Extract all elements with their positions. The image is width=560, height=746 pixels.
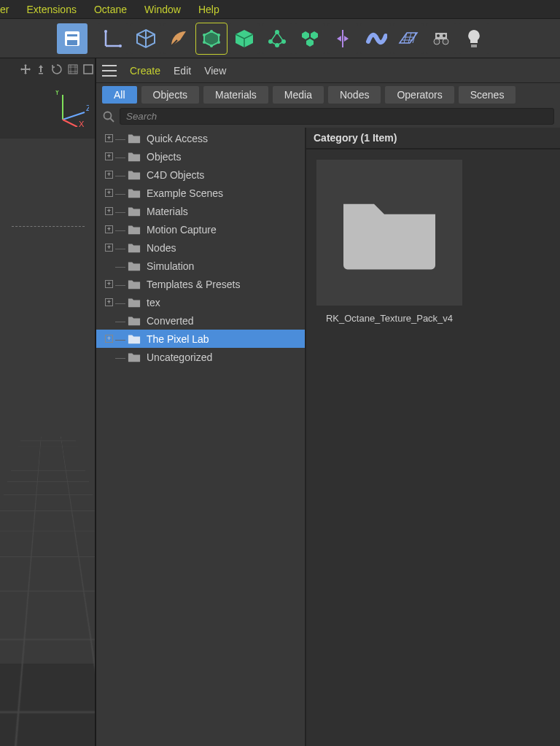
folder-icon [128,297,141,308]
filter-objects[interactable]: Objects [141,86,199,104]
array-icon[interactable] [295,23,325,54]
pen-icon[interactable] [163,23,194,54]
axes-icon[interactable] [98,23,128,54]
svg-point-15 [434,39,440,44]
tree-item-templates-presets[interactable]: +—Templates & Presets [96,275,305,293]
cube-icon[interactable] [131,23,161,54]
menu-item-window[interactable]: Window [144,4,181,15]
svg-rect-1 [67,34,77,36]
filter-tabs: All Objects Materials Media Nodes Operat… [96,83,560,106]
tree-spacer [105,316,113,325]
browser-menu-view[interactable]: View [204,65,226,77]
svg-point-18 [437,34,440,37]
svg-line-26 [63,120,77,127]
tree-item-converted[interactable]: —Converted [96,311,305,330]
menu-item-octane[interactable]: Octane [94,4,127,15]
tree-item-tex[interactable]: +—tex [96,293,305,311]
filter-all[interactable]: All [102,86,137,104]
camera-icon[interactable] [426,23,456,54]
svg-rect-23 [84,65,93,74]
axis-gizmo[interactable]: Y Z X [52,90,89,127]
expand-icon[interactable]: + [105,171,113,179]
tree-item-uncategorized[interactable]: —Uncategorized [96,348,305,366]
tree-pane: +—Quick Access+—Objects+—C4D Objects+—Ex… [96,128,306,746]
folder-icon [128,133,141,144]
menu-item-render[interactable]: er [0,4,9,15]
filter-nodes[interactable]: Nodes [328,86,381,104]
tree-spacer [105,353,113,361]
folder-icon [128,351,141,363]
expand-icon[interactable]: + [105,152,113,160]
viewport-3d[interactable] [0,139,96,664]
plane-icon[interactable] [393,23,424,54]
filter-operators[interactable]: Operators [385,86,454,104]
search-input[interactable] [120,108,554,125]
dropdown-icon[interactable] [57,23,88,54]
tree-item-quick-access[interactable]: +—Quick Access [96,129,305,147]
filter-media[interactable]: Media [273,86,324,104]
svg-point-4 [119,44,122,47]
move-icon[interactable] [19,63,32,76]
tree-item-c4d-objects[interactable]: +—C4D Objects [96,166,305,184]
zoom-icon[interactable] [35,63,48,76]
axis-z-label: Z [86,104,89,112]
tree-item-label: Motion Capture [147,224,217,236]
tree-item-the-pixel-lab[interactable]: +—The Pixel Lab [96,330,305,348]
tree-item-label: tex [147,297,160,308]
browser-menu-edit[interactable]: Edit [174,65,191,77]
hamburger-icon[interactable] [102,65,117,77]
bounding-box-icon[interactable] [196,23,227,54]
folder-icon [128,242,141,254]
folder-icon [128,169,141,181]
folder-icon [128,260,141,272]
expand-icon[interactable]: + [105,335,113,343]
content-header: Category (1 Item) [306,128,560,149]
expand-icon[interactable]: + [105,280,113,288]
menu-item-extensions[interactable]: Extensions [26,4,76,15]
deformer-icon[interactable] [360,23,391,54]
axis-x-label: X [79,120,85,127]
rotate-icon[interactable] [50,63,63,76]
cube-solid-icon[interactable] [229,23,260,54]
tree-item-materials[interactable]: +—Materials [96,202,305,220]
expand-icon[interactable]: + [105,207,113,215]
toolbar [0,19,560,58]
tree-item-objects[interactable]: +—Objects [96,147,305,166]
maximize-icon[interactable] [82,63,95,76]
svg-point-16 [443,39,448,44]
expand-icon[interactable]: + [105,225,113,233]
filter-scenes[interactable]: Scenes [459,86,516,104]
axis-y-label: Y [55,90,61,96]
expand-icon[interactable]: + [105,298,113,306]
folder-icon [128,315,141,327]
tree-item-label: Templates & Presets [147,279,240,290]
folder-icon [128,279,141,290]
svg-rect-2 [67,40,77,45]
expand-icon[interactable]: + [105,244,113,252]
ortho-icon[interactable] [66,63,79,76]
menu-item-help[interactable]: Help [198,4,219,15]
folder-thumbnail [316,160,462,306]
filter-materials[interactable]: Materials [203,86,268,104]
tree-spacer [105,262,113,270]
search-icon [102,110,115,123]
tree-item-label: Simulation [147,260,194,272]
tree-item-label: The Pixel Lab [147,333,209,345]
expand-icon[interactable]: + [105,189,113,197]
svg-point-6 [217,34,220,36]
symmetry-icon[interactable] [327,23,358,54]
light-icon[interactable] [459,23,489,54]
expand-icon[interactable]: + [105,134,113,142]
svg-point-19 [443,34,446,37]
tree-item-example-scenes[interactable]: +—Example Scenes [96,184,305,202]
content-item[interactable]: RK_Octane_Texture_Pack_v4 [316,160,462,324]
browser-menu-create[interactable]: Create [130,65,160,77]
tree-item-label: Materials [147,206,188,217]
svg-rect-22 [69,65,77,74]
tree-item-nodes[interactable]: +—Nodes [96,238,305,257]
svg-point-9 [203,41,206,44]
tree-item-simulation[interactable]: —Simulation [96,257,305,275]
tree-item-motion-capture[interactable]: +—Motion Capture [96,220,305,238]
mograph-icon[interactable] [262,23,292,54]
viewport-panel: Y Z X [0,58,96,746]
